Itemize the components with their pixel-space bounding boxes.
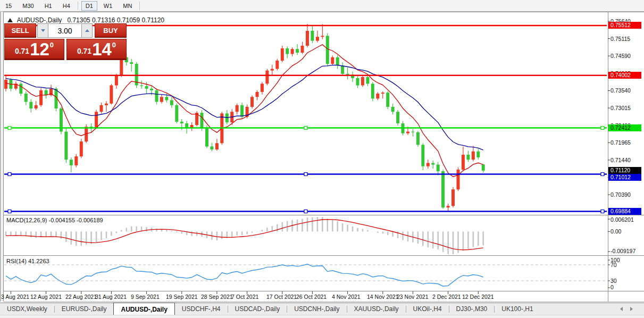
- hline-price-badge: 0.72412: [608, 124, 641, 131]
- volume-decrease-button[interactable]: [37, 23, 48, 38]
- volume-input[interactable]: [48, 23, 81, 38]
- tab-usdx-weekly[interactable]: USDX,Weekly: [0, 303, 54, 315]
- rsi-tick-label: 0: [610, 284, 614, 290]
- price-tick-label: 0.73540: [610, 87, 631, 94]
- sell-price-pips: 12: [30, 41, 49, 57]
- macd-zero-label: 0.00: [610, 228, 621, 235]
- current-price-badge: 0.71120: [608, 167, 641, 174]
- date-label: 19 Sep 2021: [166, 294, 198, 300]
- hline-handle[interactable]: [304, 210, 307, 213]
- tab-usdcnh-daily[interactable]: USDCNH-,Daily: [287, 303, 346, 315]
- hline-handle[interactable]: [8, 127, 11, 130]
- hline-price-badge: 0.75512: [608, 22, 641, 29]
- tab-xauusd-daily[interactable]: XAUUSD-,Daily: [347, 303, 406, 315]
- tab-scroll-right-icon[interactable]: [630, 307, 633, 311]
- buy-button[interactable]: BUY: [95, 23, 127, 38]
- price-tick-label: 0.74590: [610, 53, 631, 59]
- rsi-label: RSI(14) 41.2263: [6, 258, 49, 264]
- macd-min-label: -0.009197: [610, 248, 635, 254]
- trading-platform-window: 15M30H1H4D1W1MN AUDUSD-,Daily 0.71305 0.…: [0, 0, 644, 318]
- price-tick-label: 0.70390: [610, 191, 631, 198]
- sell-button[interactable]: SELL: [4, 23, 36, 38]
- macd-label: MACD(12,26,9) -0.004155 -0.006189: [6, 217, 103, 223]
- volume-increase-button[interactable]: [81, 23, 93, 38]
- tab-usdchf-h4[interactable]: USDCHF-,H4: [175, 303, 228, 315]
- hline-handle[interactable]: [304, 127, 307, 130]
- chart-title: AUDUSD-,Daily 0.71305 0.71316 0.71059 0.…: [7, 16, 164, 24]
- status-strip: [0, 315, 644, 318]
- hline-price-badge: 0.74002: [608, 72, 641, 79]
- hline-handle[interactable]: [601, 210, 604, 213]
- axis-ticks: [11, 21, 610, 294]
- symbol-tabbar: USDX,WeeklyEURUSD-,DailyAUDUSD-,DailyUSD…: [0, 303, 644, 315]
- date-label: 3 Aug 2021: [1, 294, 29, 300]
- ma-slow-line: [6, 65, 483, 150]
- macd-signal-line: [6, 220, 483, 250]
- tab-uk100-h1[interactable]: UK100-,H1: [495, 303, 540, 315]
- buy-price-display[interactable]: 0.71 14 0: [66, 39, 127, 60]
- date-label: 31 Aug 2021: [95, 294, 127, 300]
- one-click-trade-panel: SELL BUY 0.71 12 0 0.71 14 0: [4, 23, 128, 60]
- buy-price-prefix: 0.71: [77, 47, 91, 55]
- tab-usdcad-daily[interactable]: USDCAD-,Daily: [228, 303, 287, 315]
- sell-price-prefix: 0.71: [15, 47, 29, 55]
- hline-handle[interactable]: [304, 173, 307, 176]
- hline-price-badge: 0.69884: [608, 208, 641, 215]
- date-label: 2 Dec 2021: [432, 294, 461, 300]
- tab-dj30-m30[interactable]: DJ30-,M30: [449, 303, 495, 315]
- date-label: 12 Dec 2021: [462, 294, 494, 300]
- sell-price-point: 0: [50, 41, 54, 49]
- tab-audusd-daily[interactable]: AUDUSD-,Daily: [113, 303, 174, 315]
- macd-max-label: 0.006201: [610, 216, 634, 223]
- price-tick-label: 0.71965: [610, 139, 631, 146]
- date-label: 9 Sep 2021: [131, 294, 160, 300]
- spinner-down-icon: [41, 29, 45, 32]
- date-label: 26 Oct 2021: [296, 294, 327, 300]
- date-label: 4 Nov 2021: [332, 294, 361, 300]
- tab-scroll-controls: [616, 303, 644, 315]
- hline-handle[interactable]: [601, 173, 604, 176]
- date-label: 28 Sep 2021: [201, 294, 233, 300]
- symbol-arrow-icon: [7, 18, 13, 22]
- chart-symbol: AUDUSD-,Daily: [17, 16, 62, 24]
- date-label: 12 Aug 2021: [30, 294, 62, 300]
- buy-price-point: 0: [112, 41, 116, 49]
- tab-scroll-left-icon[interactable]: [620, 307, 623, 311]
- date-label: 23 Nov 2021: [397, 294, 429, 300]
- spinner-up-icon: [85, 29, 89, 32]
- hline-handle[interactable]: [601, 127, 604, 130]
- date-label: 7 Oct 2021: [231, 294, 258, 300]
- hline-handle[interactable]: [8, 173, 11, 176]
- sell-price-display[interactable]: 0.71 12 0: [4, 39, 64, 60]
- rsi-tick-label: 30: [610, 278, 617, 284]
- tab-eurusd-daily[interactable]: EURUSD-,Daily: [55, 303, 114, 315]
- rsi-line: [6, 264, 483, 287]
- price-tick-label: 0.73015: [610, 105, 631, 111]
- chart-ohlc: 0.71305 0.71316 0.71059 0.71120: [67, 16, 164, 24]
- price-tick-label: 0.71440: [610, 157, 631, 163]
- hline-handle[interactable]: [8, 210, 11, 213]
- tab-ukoil-h4[interactable]: UKOil-,H4: [406, 303, 449, 315]
- buy-price-pips: 14: [92, 41, 112, 57]
- date-label: 22 Aug 2021: [65, 294, 97, 300]
- date-label: 14 Nov 2021: [367, 294, 399, 300]
- rsi-tick-label: 70: [610, 262, 617, 268]
- price-tick-label: 0.75115: [610, 36, 630, 42]
- hline-price-badge: 0.71012: [608, 174, 641, 181]
- date-label: 17 Oct 2021: [266, 294, 297, 300]
